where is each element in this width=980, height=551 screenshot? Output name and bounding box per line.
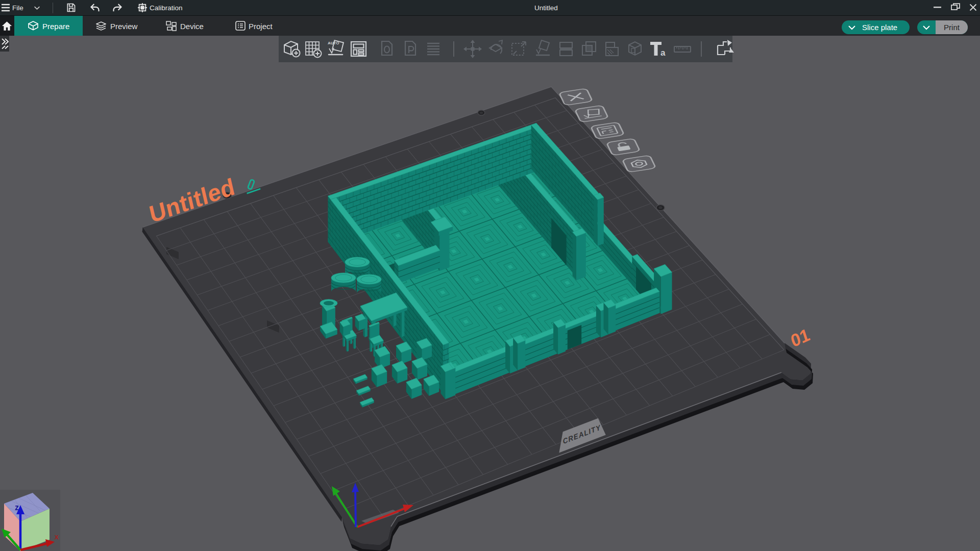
svg-text:z: z bbox=[15, 503, 19, 512]
svg-text:AUTO: AUTO bbox=[328, 41, 339, 45]
svg-text:a: a bbox=[660, 48, 666, 58]
svg-text:x: x bbox=[55, 533, 59, 541]
